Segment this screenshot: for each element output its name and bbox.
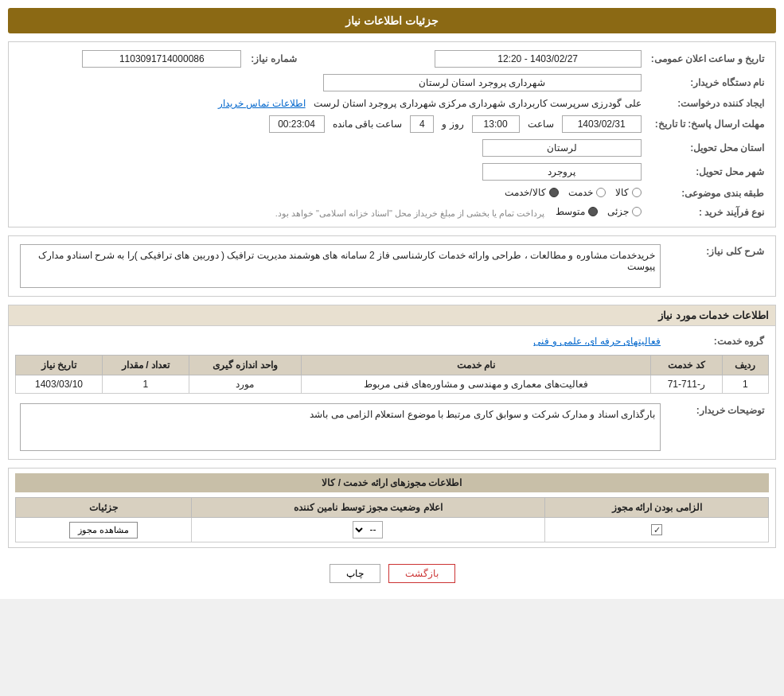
deadline-days: 4 [410,115,434,133]
col-unit: واحد اندازه گیری [189,356,301,375]
category-radio-kala [632,188,642,197]
permit-status-cell: -- [191,518,545,542]
category-label: طبقه بندی موضوعی: [646,184,769,203]
announce-label: تاریخ و ساعت اعلان عمومی: [646,47,769,71]
deadline-time-label: ساعت [528,119,554,130]
col-permit-status: اعلام وضعیت مجوز توسط نامین کننده [191,498,545,518]
table-cell: مورد [189,375,301,394]
deadline-date: 1403/02/31 [562,115,642,133]
view-permit-button[interactable]: مشاهده مجوز [69,522,138,539]
permit-row: -- مشاهده مجوز [16,518,769,542]
process-radio-motavaset [588,207,598,216]
category-radio-khedmat [596,188,606,197]
col-permit-details: جزئیات [16,498,192,518]
table-cell: فعالیت‌های معماری و مهندسی و مشاوره‌های … [301,375,650,394]
announce-value: 1403/02/27 - 12:20 [435,50,642,68]
process-option-motavaset[interactable]: متوسط [556,206,598,217]
main-info-section: تاریخ و ساعت اعلان عمومی: 1403/02/27 - 1… [8,41,776,227]
deadline-label: مهلت ارسال پاسخ: تا تاریخ: [646,112,769,136]
process-note: پرداخت تمام يا بخشى از مبلغ خريداز محل "… [275,208,545,218]
process-radio-jozii [632,207,642,216]
need-number-label: شماره نیاز: [246,47,349,71]
col-service-name: نام خدمت [301,356,650,375]
services-section-title: اطلاعات خدمات مورد نیاز [9,305,775,326]
table-row: 1ر-711-71فعالیت‌های معماری و مهندسی و مش… [16,375,769,394]
col-quantity: تعداد / مقدار [102,356,189,375]
table-cell: ر-711-71 [650,375,722,394]
creator-value: علی گودرزی سرپرست کاربرداری شهرداری مرکز… [314,98,642,109]
province-value: لرستان [482,139,642,157]
deadline-remaining-label: ساعت باقی مانده [333,119,403,130]
services-table: ردیف کد خدمت نام خدمت واحد اندازه گیری ت… [15,355,769,394]
city-value: پروجرد [482,163,642,181]
need-description-label: شرح کلی نیاز: [665,241,769,291]
need-description-text: خریدخدمات مشاوره و مطالعات ، طراحی وارائ… [20,244,661,288]
col-row-num: ردیف [722,356,768,375]
permit-details-cell: مشاهده مجوز [16,518,192,542]
table-cell: 1 [722,375,768,394]
table-cell: 1 [102,375,189,394]
info-table: تاریخ و ساعت اعلان عمومی: 1403/02/27 - 1… [15,47,769,222]
permit-required-checkbox [651,524,662,535]
category-option-kala[interactable]: کالا [615,187,642,198]
buyer-org-value: شهرداری پروجرد استان لرستان [323,74,642,91]
deadline-time: 13:00 [472,115,520,133]
category-option-kala-khedmat[interactable]: کالا/خدمت [505,187,558,198]
creator-label: ایجاد کننده درخواست: [646,95,769,112]
services-section: اطلاعات خدمات مورد نیاز گروه خدمت: فعالی… [8,305,776,460]
service-group-value[interactable]: فعالیتهای حرفه ای، علمی و فنی [533,336,661,347]
permit-required-cell [545,518,769,542]
col-service-code: کد خدمت [650,356,722,375]
creator-link[interactable]: اطلاعات تماس خریدار [218,98,306,109]
category-radio-group: کالا خدمت کالا/خدمت [505,187,641,198]
permits-section: اطلاعات مجوزهای ارائه خدمت / کالا الزامی… [8,468,776,548]
col-date: تاریخ نیاز [16,356,103,375]
city-label: شهر محل تحویل: [646,160,769,184]
service-group-label: گروه خدمت: [665,332,769,350]
page-header: جزئیات اطلاعات نیاز [8,8,776,33]
permit-status-select[interactable]: -- [353,521,383,539]
service-group-table: گروه خدمت: فعالیتهای حرفه ای، علمی و فنی [15,332,769,350]
process-label: نوع فرآیند خرید : [646,203,769,222]
deadline-days-label: روز و [442,119,463,130]
process-radio-group: جزئی متوسط [556,206,642,217]
permits-table: الزامی بودن ارائه مجوز اعلام وضعیت مجوز … [15,497,769,542]
category-option-khedmat[interactable]: خدمت [568,187,606,198]
buyer-notes-label: توضیحات خریدار: [665,400,769,454]
buyer-notes-text: بارگذاری اسناد و مدارک شرکت و سوابق کاری… [20,403,661,451]
table-cell: 1403/03/10 [16,375,103,394]
process-option-jozii[interactable]: جزئی [607,206,642,217]
province-label: استان محل تحویل: [646,136,769,160]
need-number-value: 1103091714000086 [82,50,241,68]
category-radio-kala-khedmat [549,188,559,197]
buyer-org-label: نام دستگاه خریدار: [646,71,769,95]
back-button[interactable]: بازگشت [388,564,455,583]
need-description-section: شرح کلی نیاز: خریدخدمات مشاوره و مطالعات… [8,235,776,297]
deadline-remaining: 00:23:04 [269,115,325,133]
need-description-table: شرح کلی نیاز: خریدخدمات مشاوره و مطالعات… [15,241,769,291]
action-buttons: بازگشت چاپ [8,556,776,591]
print-button[interactable]: چاپ [330,564,380,583]
col-permit-required: الزامی بودن ارائه مجوز [545,498,769,518]
page-title: جزئیات اطلاعات نیاز [345,14,439,27]
permits-section-title: اطلاعات مجوزهای ارائه خدمت / کالا [15,473,769,492]
buyer-notes-table: توضیحات خریدار: بارگذاری اسناد و مدارک ش… [15,400,769,454]
